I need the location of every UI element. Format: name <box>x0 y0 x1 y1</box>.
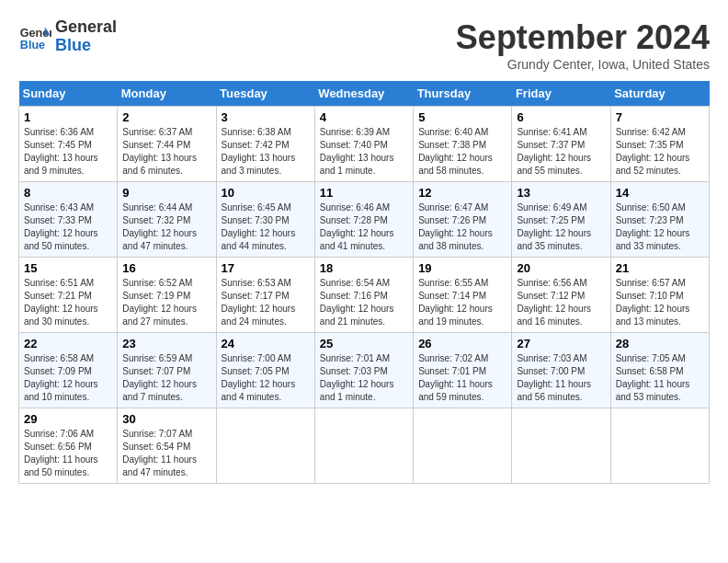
calendar-cell <box>512 408 610 484</box>
sunrise-label: Sunrise: 6:55 AM <box>418 278 488 288</box>
sunset-label: Sunset: 6:54 PM <box>122 442 190 452</box>
day-info: Sunrise: 6:58 AM Sunset: 7:09 PM Dayligh… <box>24 352 112 404</box>
calendar-cell: 15 Sunrise: 6:51 AM Sunset: 7:21 PM Dayl… <box>19 258 118 333</box>
calendar-row: 22 Sunrise: 6:58 AM Sunset: 7:09 PM Dayl… <box>19 333 710 408</box>
day-number: 15 <box>24 261 112 275</box>
sunrise-label: Sunrise: 6:38 AM <box>222 127 291 137</box>
sunset-label: Sunset: 7:05 PM <box>222 366 290 376</box>
day-number: 25 <box>320 337 408 350</box>
daylight-label: Daylight: 12 hours and 13 minutes. <box>616 304 690 327</box>
day-info: Sunrise: 6:43 AM Sunset: 7:33 PM Dayligh… <box>24 201 112 253</box>
daylight-label: Daylight: 12 hours and 21 minutes. <box>320 304 394 327</box>
daylight-label: Daylight: 12 hours and 16 minutes. <box>517 304 591 327</box>
daylight-label: Daylight: 11 hours and 47 minutes. <box>122 454 197 477</box>
day-number: 11 <box>320 186 408 200</box>
day-info: Sunrise: 6:59 AM Sunset: 7:07 PM Dayligh… <box>122 352 210 404</box>
calendar-cell: 9 Sunrise: 6:44 AM Sunset: 7:32 PM Dayli… <box>118 182 216 258</box>
weekday-header-row: SundayMondayTuesdayWednesdayThursdayFrid… <box>19 81 710 107</box>
day-info: Sunrise: 6:36 AM Sunset: 7:45 PM Dayligh… <box>24 126 112 178</box>
day-info: Sunrise: 6:53 AM Sunset: 7:17 PM Dayligh… <box>222 277 310 328</box>
calendar-cell <box>314 408 413 484</box>
sunset-label: Sunset: 7:21 PM <box>24 291 92 301</box>
daylight-label: Daylight: 11 hours and 56 minutes. <box>517 379 591 402</box>
sunset-label: Sunset: 7:35 PM <box>616 140 684 150</box>
sunrise-label: Sunrise: 7:02 AM <box>418 353 488 363</box>
calendar-cell <box>414 408 512 484</box>
sunset-label: Sunset: 7:30 PM <box>222 215 290 225</box>
day-info: Sunrise: 6:46 AM Sunset: 7:28 PM Dayligh… <box>320 201 408 253</box>
day-info: Sunrise: 6:38 AM Sunset: 7:42 PM Dayligh… <box>222 126 310 178</box>
sunset-label: Sunset: 7:23 PM <box>616 215 684 225</box>
day-number: 14 <box>616 186 704 200</box>
sunrise-label: Sunrise: 6:40 AM <box>418 127 488 137</box>
calendar-cell: 16 Sunrise: 6:52 AM Sunset: 7:19 PM Dayl… <box>118 258 216 333</box>
weekday-header: Friday <box>512 81 610 107</box>
day-info: Sunrise: 7:00 AM Sunset: 7:05 PM Dayligh… <box>222 352 310 404</box>
sunrise-label: Sunrise: 6:42 AM <box>616 127 686 137</box>
calendar-cell: 2 Sunrise: 6:37 AM Sunset: 7:44 PM Dayli… <box>118 107 216 182</box>
calendar-cell: 22 Sunrise: 6:58 AM Sunset: 7:09 PM Dayl… <box>19 333 118 408</box>
calendar-cell: 7 Sunrise: 6:42 AM Sunset: 7:35 PM Dayli… <box>610 107 709 182</box>
sunset-label: Sunset: 7:09 PM <box>24 366 92 376</box>
calendar-row: 1 Sunrise: 6:36 AM Sunset: 7:45 PM Dayli… <box>19 107 710 182</box>
day-number: 28 <box>616 337 704 350</box>
calendar-cell: 13 Sunrise: 6:49 AM Sunset: 7:25 PM Dayl… <box>512 182 610 258</box>
sunrise-label: Sunrise: 6:36 AM <box>24 127 94 137</box>
day-number: 20 <box>517 261 605 275</box>
calendar-cell: 4 Sunrise: 6:39 AM Sunset: 7:40 PM Dayli… <box>314 107 413 182</box>
day-info: Sunrise: 7:03 AM Sunset: 7:00 PM Dayligh… <box>517 352 605 404</box>
sunset-label: Sunset: 7:32 PM <box>122 215 190 225</box>
calendar-cell: 21 Sunrise: 6:57 AM Sunset: 7:10 PM Dayl… <box>610 258 709 333</box>
sunrise-label: Sunrise: 6:45 AM <box>222 202 291 213</box>
sunset-label: Sunset: 7:45 PM <box>24 140 92 150</box>
sunset-label: Sunset: 7:44 PM <box>122 140 190 150</box>
day-number: 2 <box>122 110 210 124</box>
calendar-cell: 17 Sunrise: 6:53 AM Sunset: 7:17 PM Dayl… <box>216 258 314 333</box>
daylight-label: Daylight: 13 hours and 3 minutes. <box>222 153 296 176</box>
sunrise-label: Sunrise: 6:54 AM <box>320 278 390 288</box>
sunrise-label: Sunrise: 6:52 AM <box>122 278 192 288</box>
calendar-cell: 10 Sunrise: 6:45 AM Sunset: 7:30 PM Dayl… <box>216 182 314 258</box>
daylight-label: Daylight: 12 hours and 19 minutes. <box>418 304 493 327</box>
calendar-cell: 25 Sunrise: 7:01 AM Sunset: 7:03 PM Dayl… <box>314 333 413 408</box>
weekday-header: Thursday <box>414 81 512 107</box>
day-info: Sunrise: 6:44 AM Sunset: 7:32 PM Dayligh… <box>122 201 210 253</box>
sunset-label: Sunset: 7:00 PM <box>517 366 585 376</box>
day-number: 13 <box>517 186 605 200</box>
sunset-label: Sunset: 7:14 PM <box>418 291 486 301</box>
sunrise-label: Sunrise: 6:49 AM <box>517 202 586 213</box>
sunset-label: Sunset: 6:56 PM <box>24 442 92 452</box>
calendar-cell: 30 Sunrise: 7:07 AM Sunset: 6:54 PM Dayl… <box>118 408 216 484</box>
day-info: Sunrise: 6:52 AM Sunset: 7:19 PM Dayligh… <box>122 277 210 328</box>
sunset-label: Sunset: 7:17 PM <box>222 291 290 301</box>
sunset-label: Sunset: 7:38 PM <box>418 140 486 150</box>
calendar-cell: 11 Sunrise: 6:46 AM Sunset: 7:28 PM Dayl… <box>314 182 413 258</box>
calendar-cell: 18 Sunrise: 6:54 AM Sunset: 7:16 PM Dayl… <box>314 258 413 333</box>
sunrise-label: Sunrise: 6:57 AM <box>616 278 686 288</box>
logo-text: General Blue <box>55 18 117 55</box>
calendar-cell: 27 Sunrise: 7:03 AM Sunset: 7:00 PM Dayl… <box>512 333 610 408</box>
day-info: Sunrise: 7:05 AM Sunset: 6:58 PM Dayligh… <box>616 352 704 404</box>
sunset-label: Sunset: 7:12 PM <box>517 291 585 301</box>
day-number: 30 <box>122 412 210 426</box>
sunrise-label: Sunrise: 6:56 AM <box>517 278 586 288</box>
calendar-cell: 19 Sunrise: 6:55 AM Sunset: 7:14 PM Dayl… <box>414 258 512 333</box>
sunset-label: Sunset: 7:25 PM <box>517 215 585 225</box>
sunset-label: Sunset: 7:26 PM <box>418 215 486 225</box>
calendar-cell: 1 Sunrise: 6:36 AM Sunset: 7:45 PM Dayli… <box>19 107 118 182</box>
day-number: 24 <box>222 337 310 350</box>
weekday-header: Wednesday <box>314 81 413 107</box>
sunset-label: Sunset: 7:37 PM <box>517 140 585 150</box>
calendar-row: 8 Sunrise: 6:43 AM Sunset: 7:33 PM Dayli… <box>19 182 710 258</box>
day-number: 6 <box>517 110 605 124</box>
calendar-cell: 5 Sunrise: 6:40 AM Sunset: 7:38 PM Dayli… <box>414 107 512 182</box>
day-info: Sunrise: 7:07 AM Sunset: 6:54 PM Dayligh… <box>122 428 210 479</box>
day-number: 8 <box>24 186 112 200</box>
sunrise-label: Sunrise: 7:07 AM <box>122 429 192 439</box>
sunrise-label: Sunrise: 6:44 AM <box>122 202 192 213</box>
daylight-label: Daylight: 12 hours and 10 minutes. <box>24 379 98 402</box>
day-info: Sunrise: 6:49 AM Sunset: 7:25 PM Dayligh… <box>517 201 605 253</box>
calendar-cell: 26 Sunrise: 7:02 AM Sunset: 7:01 PM Dayl… <box>414 333 512 408</box>
day-info: Sunrise: 6:55 AM Sunset: 7:14 PM Dayligh… <box>418 277 506 328</box>
day-number: 3 <box>222 110 310 124</box>
